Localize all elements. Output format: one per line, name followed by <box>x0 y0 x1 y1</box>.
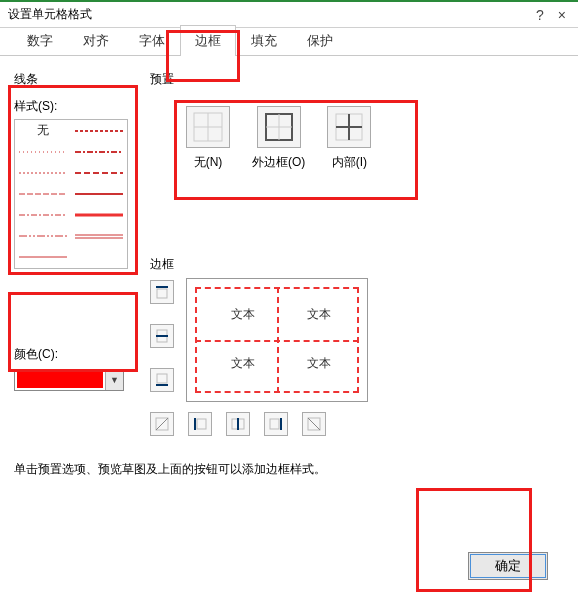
style-option[interactable] <box>71 183 127 204</box>
style-option[interactable] <box>15 183 71 204</box>
tab-number[interactable]: 数字 <box>12 25 68 56</box>
preset-none-icon <box>193 112 223 142</box>
svg-line-29 <box>156 418 168 430</box>
hint-text: 单击预置选项、预览草图及上面的按钮可以添加边框样式。 <box>14 461 326 478</box>
style-option[interactable] <box>71 141 127 162</box>
color-dropdown[interactable]: ▼ <box>14 369 124 391</box>
style-option[interactable] <box>71 162 127 183</box>
lines-group: 线条 样式(S): 无 <box>14 71 134 271</box>
border-middle-h-button[interactable] <box>150 324 174 348</box>
tab-content: 线条 样式(S): 无 颜色(C): <box>0 56 578 76</box>
style-option[interactable] <box>71 226 127 247</box>
border-group: 边框 文本 文本 文本 文本 <box>150 256 550 277</box>
preset-outline-label: 外边框(O) <box>252 154 305 171</box>
tab-protection[interactable]: 保护 <box>292 25 348 56</box>
window-controls: ? × <box>536 2 576 27</box>
tab-font[interactable]: 字体 <box>124 25 180 56</box>
tab-strip: 数字 对齐 字体 边框 填充 保护 <box>0 28 578 56</box>
titlebar: 设置单元格格式 ? × <box>0 0 578 28</box>
style-option[interactable] <box>15 226 71 247</box>
style-option[interactable] <box>15 247 71 268</box>
svg-rect-23 <box>157 289 167 298</box>
style-option[interactable] <box>71 247 127 268</box>
svg-line-37 <box>308 418 320 430</box>
preset-inside-label: 内部(I) <box>332 154 367 171</box>
preset-group-label: 预置 <box>150 71 550 88</box>
border-bottom-button[interactable] <box>150 368 174 392</box>
chevron-down-icon: ▼ <box>105 370 123 390</box>
svg-rect-31 <box>197 419 206 429</box>
color-group: 颜色(C): ▼ <box>14 346 134 391</box>
color-label: 颜色(C): <box>14 346 134 363</box>
close-button[interactable]: × <box>558 7 566 23</box>
svg-rect-34 <box>270 419 279 429</box>
window-title: 设置单元格格式 <box>8 6 92 23</box>
tab-border[interactable]: 边框 <box>180 25 236 56</box>
border-middle-v-button[interactable] <box>226 412 250 436</box>
preset-inside-icon <box>334 112 364 142</box>
tab-alignment[interactable]: 对齐 <box>68 25 124 56</box>
preset-inside-button[interactable] <box>327 106 371 148</box>
preset-group: 预置 无(N) <box>150 71 550 171</box>
ok-button[interactable]: 确定 <box>468 552 548 580</box>
style-label: 样式(S): <box>14 98 134 115</box>
style-option[interactable] <box>15 141 71 162</box>
preview-text: 文本 <box>307 306 331 323</box>
border-top-button[interactable] <box>150 280 174 304</box>
line-style-list[interactable]: 无 <box>14 119 128 269</box>
style-option[interactable] <box>15 162 71 183</box>
border-left-button[interactable] <box>188 412 212 436</box>
preset-none-button[interactable] <box>186 106 230 148</box>
preview-text: 文本 <box>307 355 331 372</box>
preview-text: 文本 <box>231 355 255 372</box>
lines-group-label: 线条 <box>14 71 134 88</box>
svg-rect-26 <box>157 374 167 383</box>
border-preview[interactable]: 文本 文本 文本 文本 <box>186 278 368 402</box>
border-group-label: 边框 <box>150 256 550 273</box>
border-diag-up-button[interactable] <box>150 412 174 436</box>
style-none[interactable]: 无 <box>37 122 49 139</box>
tab-fill[interactable]: 填充 <box>236 25 292 56</box>
style-option[interactable] <box>15 205 71 226</box>
border-diag-down-button[interactable] <box>302 412 326 436</box>
preset-outline-button[interactable] <box>257 106 301 148</box>
preset-none-label: 无(N) <box>194 154 223 171</box>
color-swatch <box>17 372 103 388</box>
help-button[interactable]: ? <box>536 7 544 23</box>
style-option[interactable] <box>71 120 127 141</box>
preset-outline-icon <box>264 112 294 142</box>
preview-text: 文本 <box>231 306 255 323</box>
border-right-button[interactable] <box>264 412 288 436</box>
style-option[interactable] <box>71 205 127 226</box>
